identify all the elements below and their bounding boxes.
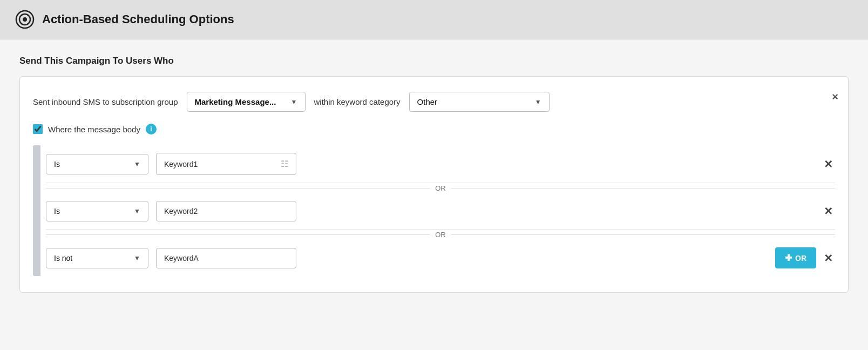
operator-dropdown-3[interactable]: Is not ▼ [46,248,148,268]
keyword-category-dropdown-label: Other [417,97,438,106]
within-label: within keyword category [314,97,401,106]
filter-card: × Sent inbound SMS to subscription group… [19,76,849,293]
main-content: Send This Campaign To Users Who × Sent i… [0,39,868,350]
or-add-button[interactable]: ✚ OR [775,247,816,268]
condition-close-3[interactable]: ✕ [824,252,835,265]
keyword-input-3[interactable]: KeywordA [156,248,296,268]
keyword-input-1[interactable]: Keyword1 ☷ [156,153,296,175]
header-bar: Action-Based Scheduling Options [0,0,868,39]
list-icon: ☷ [281,159,288,169]
condition-row-2: Is ▼ Keyword2 ✕ [46,193,835,230]
condition-row-inner-2: Is ▼ Keyword2 [46,201,816,221]
keyword-value-1: Keyword1 [164,160,198,169]
condition-row-3: Is not ▼ KeywordA ✚ OR ✕ [46,240,835,276]
svg-point-2 [23,17,27,22]
message-body-row: Where the message body i [33,124,835,134]
target-icon [15,10,35,29]
or-button-label: OR [795,254,806,262]
message-body-checkbox[interactable] [33,124,43,134]
conditions-area: Is ▼ Keyword1 ☷ ✕ OR [33,145,835,276]
or-divider-1: OR [46,183,835,193]
or-divider-2: OR [46,230,835,240]
sent-label: Sent inbound SMS to subscription group [33,97,178,106]
chevron-down-icon-3: ▼ [134,160,140,168]
card-close-button[interactable]: × [832,91,838,103]
operator-dropdown-1[interactable]: Is ▼ [46,154,148,174]
section-label: Send This Campaign To Users Who [19,56,849,66]
plus-icon: ✚ [785,253,792,263]
condition-close-2[interactable]: ✕ [824,205,835,218]
operator-label-2: Is [54,207,60,216]
keyword-input-2[interactable]: Keyword2 [156,201,296,221]
operator-label-1: Is [54,160,60,169]
condition-row-inner-3: Is not ▼ KeywordA [46,248,768,268]
filter-row: Sent inbound SMS to subscription group M… [33,92,835,112]
chevron-down-icon-4: ▼ [134,207,140,215]
operator-label-3: Is not [54,254,72,262]
conditions-left-bar [33,145,40,276]
condition-row-inner-1: Is ▼ Keyword1 ☷ [46,153,816,175]
info-icon[interactable]: i [146,124,157,134]
message-body-label: Where the message body [48,125,140,134]
operator-dropdown-2[interactable]: Is ▼ [46,201,148,221]
subscription-group-dropdown[interactable]: Marketing Message... ▼ [187,92,306,112]
chevron-down-icon: ▼ [291,98,297,106]
conditions-list: Is ▼ Keyword1 ☷ ✕ OR [46,145,835,276]
subscription-group-dropdown-label: Marketing Message... [195,97,276,106]
keyword-category-dropdown[interactable]: Other ▼ [409,92,550,112]
condition-row: Is ▼ Keyword1 ☷ ✕ [46,145,835,183]
keyword-value-2: Keyword2 [164,207,198,216]
condition-close-1[interactable]: ✕ [824,158,835,171]
chevron-down-icon-2: ▼ [535,98,541,106]
page-title: Action-Based Scheduling Options [42,12,234,26]
keyword-value-3: KeywordA [164,254,199,262]
chevron-down-icon-5: ▼ [134,254,140,262]
